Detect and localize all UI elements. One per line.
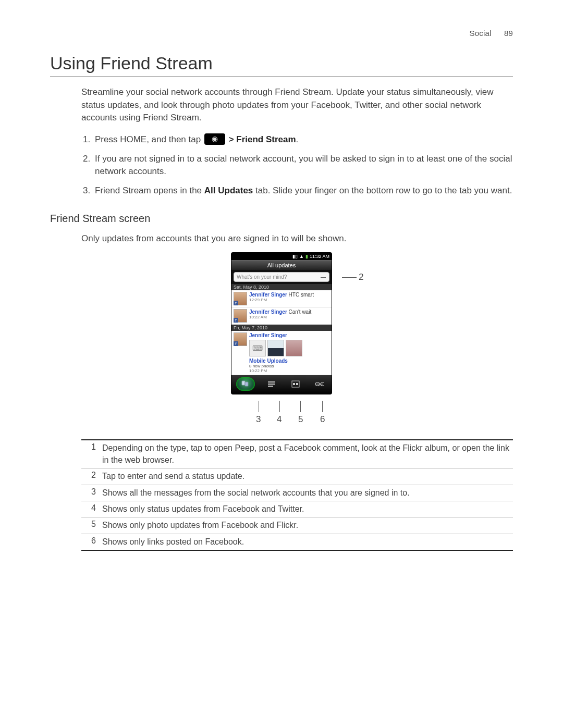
callout-5: 5 xyxy=(298,414,303,425)
phone-figure: 1 2 ▮▯ ▲ ▮ 11:32 AM All updates What's o… xyxy=(50,253,513,430)
date-divider-2: Fri, May 7, 2010 xyxy=(231,325,332,331)
sub-intro: Only updates from accounts that you are … xyxy=(81,233,513,244)
tab-links[interactable] xyxy=(312,378,327,390)
page-number: 89 xyxy=(504,29,513,38)
steps-list: Press HOME, and then tap > Friend Stream… xyxy=(81,133,513,198)
status-bar: ▮▯ ▲ ▮ 11:32 AM xyxy=(231,253,332,260)
battery-icon: ▮ xyxy=(305,254,308,259)
legend-table: 1 Depending on the type, tap to open Pee… xyxy=(81,439,513,551)
tab-bar xyxy=(231,375,332,394)
photo-thumbnails: ⌨ xyxy=(249,340,329,356)
avatar: f xyxy=(234,292,247,305)
legend-row: 6 Shows only links posted on Facebook. xyxy=(81,534,513,550)
svg-rect-4 xyxy=(268,386,273,387)
apps-grid-icon xyxy=(204,133,225,145)
step-1: Press HOME, and then tap > Friend Stream… xyxy=(93,133,513,146)
svg-rect-6 xyxy=(293,383,295,385)
page-title: Using Friend Stream xyxy=(50,53,513,73)
facebook-badge-icon: f xyxy=(234,318,238,323)
lines-icon xyxy=(267,380,276,388)
svg-rect-7 xyxy=(296,383,298,385)
svg-rect-1 xyxy=(245,382,248,386)
svg-rect-0 xyxy=(242,381,245,385)
status-input[interactable]: What's on your mind? xyxy=(234,272,329,282)
page-header: Social 89 xyxy=(50,29,513,38)
legend-row: 4 Shows only status updates from Faceboo… xyxy=(81,501,513,517)
title-rule xyxy=(50,77,513,77)
link-icon xyxy=(315,381,324,387)
legend-row: 5 Shows only photo updates from Facebook… xyxy=(81,517,513,534)
callout-6: 6 xyxy=(320,414,325,425)
avatar: f xyxy=(234,332,247,346)
post-item-2[interactable]: f Jennifer Singer Can't wait 10:22 AM xyxy=(231,307,332,325)
post-item-1[interactable]: f Jennifer Singer HTC smart 12:29 PM xyxy=(231,290,332,307)
header-section: Social xyxy=(469,29,491,38)
intro-paragraph: Streamline your social network accounts … xyxy=(81,86,513,125)
date-divider-1: Sat, May 8, 2010 xyxy=(231,284,332,290)
legend-row: 1 Depending on the type, tap to open Pee… xyxy=(81,440,513,468)
wifi-icon: ▲ xyxy=(299,254,304,259)
phone-mockup: ▮▯ ▲ ▮ 11:32 AM All updates What's on yo… xyxy=(231,253,332,394)
tab-all-updates[interactable] xyxy=(236,377,255,391)
avatar: f xyxy=(234,309,247,323)
legend-row: 3 Shows all the messages from the social… xyxy=(81,485,513,501)
signal-icon: ▮▯ xyxy=(292,254,298,259)
subsection-title: Friend Stream screen xyxy=(50,213,513,225)
step-2: If you are not signed in to a social net… xyxy=(93,153,513,178)
step-3: Friend Stream opens in the All Updates t… xyxy=(93,184,513,198)
svg-rect-3 xyxy=(268,384,275,385)
callout-4: 4 xyxy=(277,414,282,425)
callout-3: 3 xyxy=(256,414,261,425)
legend-row: 2 Tap to enter and send a status update. xyxy=(81,468,513,485)
svg-rect-2 xyxy=(268,381,275,382)
facebook-badge-icon: f xyxy=(234,341,238,346)
people-icon xyxy=(241,380,250,388)
photo-thumb xyxy=(286,340,302,356)
post-item-3[interactable]: f Jennifer Singer ⌨ Mobile Uploads 8 new… xyxy=(231,331,332,375)
callout-2: 2 xyxy=(359,272,363,282)
photo-thumb: ⌨ xyxy=(249,340,266,356)
callout-2-line xyxy=(342,277,357,278)
photo-icon xyxy=(291,380,300,388)
tab-status[interactable] xyxy=(264,378,279,390)
photo-thumb xyxy=(267,340,284,356)
tab-photos[interactable] xyxy=(288,378,303,390)
status-time: 11:32 AM xyxy=(310,254,329,259)
screen-title: All updates xyxy=(231,260,332,270)
facebook-badge-icon: f xyxy=(234,301,238,305)
